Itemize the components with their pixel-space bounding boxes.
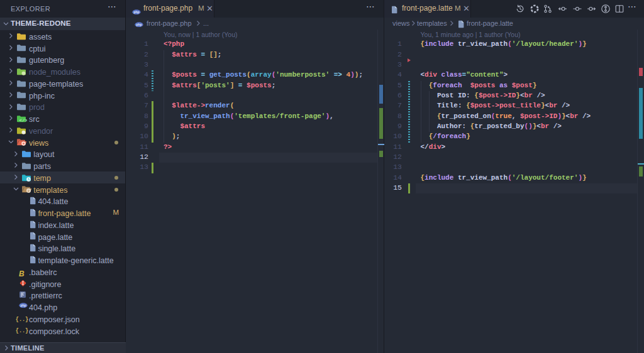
svg-text:php: php <box>20 303 26 307</box>
svg-text:{..}: {..} <box>16 317 28 323</box>
svg-text:php: php <box>136 23 142 26</box>
svg-text:{..}: {..} <box>16 328 28 334</box>
svg-text:</>: </> <box>19 118 27 123</box>
svg-text:php: php <box>133 10 139 14</box>
